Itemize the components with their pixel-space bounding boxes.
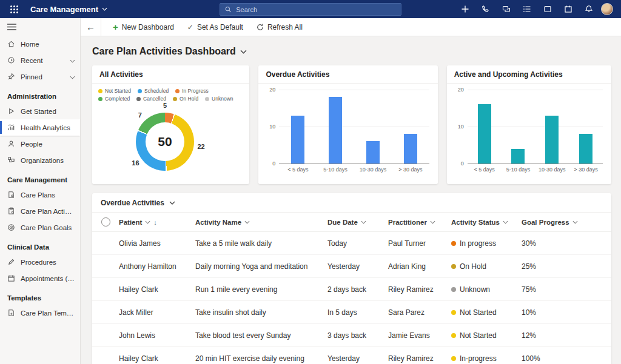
- column-label: Patient: [119, 219, 142, 226]
- due-date-cell: 2 days back: [327, 285, 388, 294]
- sidebar-section-title: Templates: [0, 286, 80, 305]
- doc-icon: [7, 191, 15, 199]
- target-icon: [7, 223, 15, 231]
- phone-button[interactable]: [478, 1, 494, 17]
- bar-5-10-days[interactable]: [511, 149, 525, 164]
- sidebar-item-recent[interactable]: Recent: [0, 52, 80, 68]
- sidebar-item-health-analytics[interactable]: Health Analytics: [0, 119, 80, 136]
- calendar-button[interactable]: [560, 1, 576, 17]
- sidebar-item-procedures[interactable]: Procedures: [0, 254, 80, 270]
- chat-button[interactable]: [498, 1, 514, 17]
- status-label: Unknown: [460, 285, 490, 294]
- legend-item-completed[interactable]: Completed: [98, 96, 130, 102]
- sidebar-item-get-started[interactable]: Get Started: [0, 103, 80, 119]
- user-menu-button[interactable]: [599, 1, 615, 17]
- tasks-icon: [523, 5, 531, 13]
- sidebar-toggle-button[interactable]: [0, 18, 80, 36]
- activity-name-cell: Run 1 mile every evening: [195, 285, 327, 294]
- table-row[interactable]: Hailey Clark20 min HIT exercise daily ev…: [92, 347, 611, 364]
- y-axis-tick: 20: [269, 87, 275, 93]
- donut-chart[interactable]: 50522167: [92, 102, 249, 184]
- table-row[interactable]: Hailey ClarkRun 1 mile every evening2 da…: [92, 278, 611, 301]
- table-row[interactable]: Olivia JamesTake a 5 mile walk dailyToda…: [92, 232, 611, 255]
- bell-button[interactable]: [581, 1, 597, 17]
- donut-value-label: 7: [138, 111, 142, 119]
- sidebar-item-care-plan-activities[interactable]: Care Plan Activities: [0, 203, 80, 219]
- set-as-default-button[interactable]: ✓ Set As Default: [181, 18, 250, 36]
- practitioner-cell: Paul Turner: [388, 239, 451, 248]
- legend-dot: [136, 97, 141, 101]
- chevron-down-icon: [169, 201, 175, 205]
- sidebar-item-appointments-emr[interactable]: Appointments (EMR): [0, 270, 80, 286]
- sidebar-item-people[interactable]: People: [0, 136, 80, 152]
- chevron-down-icon: [240, 50, 247, 54]
- sidebar-item-organizations[interactable]: Organizations: [0, 152, 80, 168]
- status-label: Not Started: [460, 308, 497, 317]
- column-header-practitioner[interactable]: Practitioner: [388, 219, 451, 226]
- sidebar-item-pinned[interactable]: Pinned: [0, 68, 80, 85]
- app-launcher-icon[interactable]: [6, 1, 22, 17]
- x-axis-tick: 10-30 days: [354, 164, 392, 173]
- status-dot: [451, 264, 456, 269]
- column-header-due-date[interactable]: Due Date: [327, 219, 388, 226]
- column-label: Practitioner: [388, 219, 427, 226]
- bar--5-days[interactable]: [291, 116, 304, 164]
- table-row[interactable]: Anthony HamiltonDaily morning Yoga and m…: [92, 255, 611, 278]
- person-icon: [7, 140, 15, 148]
- back-button[interactable]: ←: [81, 18, 101, 36]
- global-search[interactable]: [220, 3, 401, 16]
- legend-dot: [173, 97, 177, 101]
- y-axis-tick: 10: [458, 124, 464, 130]
- list-view-selector[interactable]: Overdue Activities: [92, 193, 611, 213]
- chevron-down-icon: [70, 76, 75, 79]
- bar--30-days[interactable]: [404, 134, 417, 164]
- sidebar-item-care-plan-goals[interactable]: Care Plan Goals: [0, 219, 80, 236]
- legend-item-not-started[interactable]: Not Started: [98, 88, 131, 94]
- active-upcoming-activities-chart-card: Active and Upcoming Activities 01020< 5 …: [447, 65, 611, 184]
- legend-item-scheduled[interactable]: Scheduled: [138, 88, 169, 94]
- bar-10-30-days[interactable]: [545, 116, 559, 164]
- column-header-goal-progress[interactable]: Goal Progress: [522, 219, 611, 226]
- column-label: Due Date: [327, 219, 358, 226]
- refresh-all-button[interactable]: Refresh All: [250, 18, 309, 36]
- calendar-icon: [564, 5, 572, 13]
- column-label: Activity Name: [195, 219, 241, 226]
- dashboard-selector[interactable]: Care Plan Activities Dashboard: [92, 46, 611, 57]
- org-icon: [7, 156, 15, 164]
- search-input[interactable]: [236, 6, 396, 13]
- practitioner-cell: Sara Parez: [388, 308, 451, 317]
- x-axis-tick: > 30 days: [569, 164, 603, 173]
- legend-item-on-hold[interactable]: On Hold: [173, 96, 198, 102]
- app-title-menu[interactable]: Care Management: [30, 5, 107, 14]
- bar--5-days[interactable]: [478, 104, 491, 164]
- column-header-patient[interactable]: Patient↓: [119, 219, 195, 226]
- sidebar-section-title: Administration: [0, 85, 80, 103]
- select-all-checkbox[interactable]: [101, 217, 110, 227]
- topbar-icon-group: [457, 1, 597, 17]
- sidebar-item-home[interactable]: Home: [0, 36, 80, 52]
- sidebar-item-care-plan-templates[interactable]: Care Plan Templates: [0, 305, 80, 321]
- legend-item-cancelled[interactable]: Cancelled: [136, 96, 166, 102]
- patient-cell: Hailey Clark: [119, 285, 195, 294]
- tasks-button[interactable]: [519, 1, 535, 17]
- doc-template-icon: [7, 309, 15, 317]
- checkmark-icon: ✓: [187, 23, 193, 31]
- sidebar-item-care-plans[interactable]: Care Plans: [0, 187, 80, 203]
- table-row[interactable]: Jack MillerTake insulin shot dailyIn 5 d…: [92, 301, 611, 324]
- plus-button[interactable]: [457, 1, 473, 17]
- chevron-down-icon: [244, 220, 250, 224]
- status-dot: [451, 310, 456, 315]
- bar-5-10-days[interactable]: [329, 97, 342, 164]
- bar-10-30-days[interactable]: [366, 141, 380, 164]
- new-dashboard-button[interactable]: + New Dashboard: [106, 18, 181, 36]
- table-row[interactable]: John LewisTake blood test every Sunday3 …: [92, 324, 611, 347]
- status-label: On Hold: [460, 262, 486, 271]
- legend-item-unknown[interactable]: Unknown: [205, 96, 233, 102]
- column-header-activity-name[interactable]: Activity Name: [195, 219, 327, 226]
- patient-cell: Jack Miller: [119, 308, 195, 317]
- sidebar-item-label: Pinned: [21, 73, 64, 81]
- bar--30-days[interactable]: [579, 134, 592, 164]
- legend-item-in-progress[interactable]: In Progress: [175, 88, 208, 94]
- column-header-activity-status[interactable]: Activity Status: [451, 219, 522, 226]
- tab-button[interactable]: [540, 1, 556, 17]
